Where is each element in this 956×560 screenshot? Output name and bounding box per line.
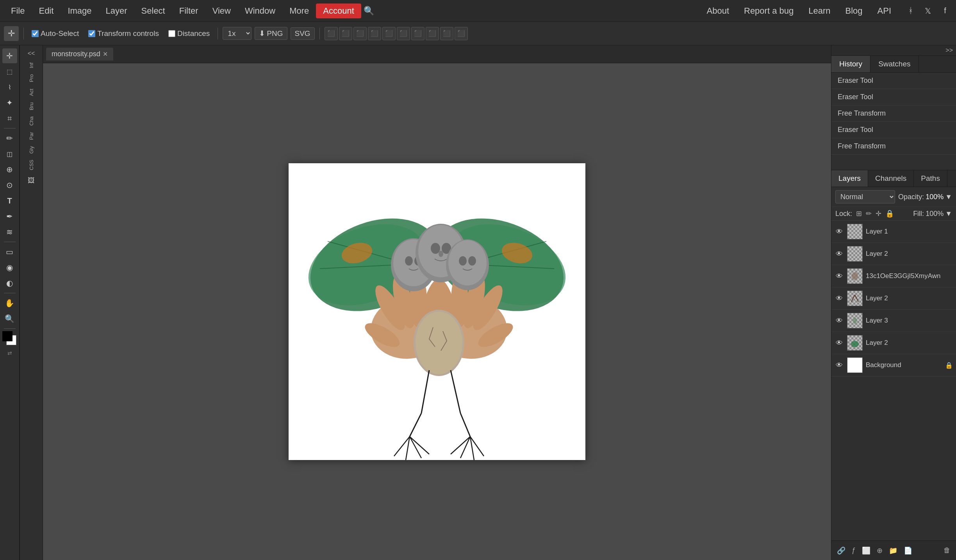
tool-zoom[interactable]: 🔍: [2, 311, 17, 326]
mini-panel-paragraph[interactable]: Par: [28, 130, 35, 142]
mini-panel-image[interactable]: 🖼: [27, 174, 36, 187]
lock-move-icon[interactable]: ✛: [876, 209, 881, 218]
history-item[interactable]: Eraser Tool: [831, 89, 956, 105]
swap-colors-icon[interactable]: ⇄: [7, 350, 12, 356]
mini-panel-properties[interactable]: Pro: [28, 72, 35, 84]
close-document-tab[interactable]: ✕: [103, 50, 108, 58]
tab-swatches[interactable]: Swatches: [870, 56, 919, 72]
menu-account[interactable]: Account: [316, 4, 361, 18]
menu-learn[interactable]: Learn: [803, 4, 836, 18]
mini-panel-brushes[interactable]: Bru: [28, 100, 35, 112]
history-item[interactable]: Eraser Tool: [831, 73, 956, 89]
canvas[interactable]: [289, 163, 585, 460]
add-adjustment-layer-button[interactable]: ⊕: [875, 545, 884, 556]
distribute-h-button[interactable]: ⬛: [411, 27, 424, 40]
menu-api[interactable]: API: [872, 4, 897, 18]
align-center-h-button[interactable]: ⬛: [339, 27, 352, 40]
tool-brush[interactable]: ✏: [2, 131, 17, 146]
foreground-color-swatch[interactable]: [2, 331, 12, 341]
layer-item[interactable]: 👁 Layer 3: [831, 310, 956, 332]
layer-item[interactable]: 👁 Layer 2: [831, 332, 956, 354]
history-item[interactable]: Merge Layers: [831, 155, 956, 159]
tool-fill[interactable]: ◉: [2, 260, 17, 275]
align-center-v-button[interactable]: ⬛: [382, 27, 396, 40]
menu-edit[interactable]: Edit: [32, 4, 61, 18]
search-button[interactable]: 🔍: [361, 3, 377, 19]
layer-item[interactable]: 👁 13c1OeE3GGjI5XmyAwn: [831, 265, 956, 287]
blend-mode-select[interactable]: Normal Dissolve Multiply Screen Overlay: [835, 190, 895, 203]
tab-history[interactable]: History: [831, 56, 870, 72]
menu-image[interactable]: Image: [61, 4, 98, 18]
link-layers-button[interactable]: 🔗: [835, 545, 847, 556]
tab-layers[interactable]: Layers: [831, 170, 868, 187]
tool-select-rect[interactable]: ⬚: [2, 64, 17, 79]
layer-item[interactable]: 👁 Layer 2: [831, 287, 956, 310]
tab-channels[interactable]: Channels: [868, 170, 914, 187]
history-panel-expand-btn[interactable]: >>: [945, 47, 953, 54]
align-left-button[interactable]: ⬛: [325, 27, 338, 40]
menu-file[interactable]: File: [4, 4, 32, 18]
tool-hand[interactable]: ✋: [2, 296, 17, 310]
mini-panel-css[interactable]: CSS: [28, 157, 35, 173]
align-bottom-button[interactable]: ⬛: [397, 27, 410, 40]
transform-controls-checkbox-label[interactable]: Transform controls: [85, 28, 162, 39]
align-right-button[interactable]: ⬛: [353, 27, 367, 40]
distribute-v-button[interactable]: ⬛: [426, 27, 439, 40]
mini-panel-collapse-btn[interactable]: <<: [26, 48, 37, 59]
tool-move[interactable]: ✛: [2, 48, 17, 63]
tool-magic-wand[interactable]: ✦: [2, 95, 17, 110]
menu-about[interactable]: About: [701, 4, 735, 18]
mini-panel-channels[interactable]: Cha: [28, 114, 35, 128]
tool-shape[interactable]: ▭: [2, 244, 17, 259]
tool-smudge[interactable]: ≋: [2, 225, 17, 239]
mini-panel-info[interactable]: Inf: [28, 60, 35, 70]
svg-export-button[interactable]: SVG: [291, 27, 315, 40]
lock-all-icon[interactable]: 🔒: [885, 209, 894, 218]
mini-panel-actions[interactable]: Act: [28, 86, 35, 98]
layer-visibility-toggle[interactable]: 👁: [835, 272, 844, 280]
tool-eraser[interactable]: ◫: [2, 146, 17, 161]
facebook-icon[interactable]: f: [938, 4, 952, 18]
lock-pixels-icon[interactable]: ⊞: [856, 209, 862, 218]
tool-dodge[interactable]: ◐: [2, 276, 17, 291]
add-group-button[interactable]: 📁: [887, 545, 899, 556]
layer-item[interactable]: 👁 Layer 1: [831, 221, 956, 243]
menu-layer[interactable]: Layer: [99, 4, 134, 18]
auto-select-checkbox[interactable]: [32, 30, 39, 37]
twitter-icon[interactable]: 𝕏: [921, 4, 935, 18]
arrange-button[interactable]: ⬛: [440, 27, 453, 40]
layer-effects-button[interactable]: ƒ: [850, 545, 857, 556]
document-tab[interactable]: monstrosity.psd ✕: [46, 48, 113, 61]
align-top-button[interactable]: ⬛: [368, 27, 381, 40]
history-item[interactable]: Eraser Tool: [831, 122, 956, 138]
menu-report-bug[interactable]: Report a bug: [738, 4, 799, 18]
png-export-button[interactable]: ⬇ PNG: [255, 27, 287, 40]
tool-pen[interactable]: ✒: [2, 209, 17, 224]
layer-visibility-toggle[interactable]: 👁: [835, 250, 844, 258]
zoom-select[interactable]: 1x 2x 0.5x: [223, 27, 251, 40]
delete-layer-button[interactable]: 🗑: [942, 545, 952, 556]
tool-clone[interactable]: ⊕: [2, 162, 17, 177]
fill-dropdown-icon[interactable]: ▼: [945, 210, 952, 218]
menu-window[interactable]: Window: [238, 4, 282, 18]
menu-filter[interactable]: Filter: [172, 4, 205, 18]
layer-mask-button[interactable]: ⬜: [860, 545, 872, 556]
lock-position-icon[interactable]: ✏: [866, 209, 872, 218]
mini-panel-glyphs[interactable]: Gly: [28, 144, 35, 156]
tab-paths[interactable]: Paths: [914, 170, 947, 187]
opacity-value[interactable]: 100%: [926, 193, 944, 201]
tool-heal[interactable]: ⊙: [2, 178, 17, 193]
reddit-icon[interactable]: ᚼ: [904, 4, 918, 18]
tool-crop[interactable]: ⌗: [2, 111, 17, 126]
history-item[interactable]: Free Transform: [831, 138, 956, 155]
menu-view[interactable]: View: [205, 4, 238, 18]
layer-visibility-toggle[interactable]: 👁: [835, 228, 844, 236]
distances-checkbox-label[interactable]: Distances: [165, 28, 213, 39]
layer-visibility-toggle[interactable]: 👁: [835, 317, 844, 325]
tool-text[interactable]: T: [2, 193, 17, 208]
add-layer-button[interactable]: 📄: [902, 545, 914, 556]
opacity-dropdown-icon[interactable]: ▼: [945, 193, 952, 201]
menu-blog[interactable]: Blog: [840, 4, 868, 18]
more-align-button[interactable]: ⬛: [455, 27, 468, 40]
transform-controls-checkbox[interactable]: [88, 30, 95, 37]
